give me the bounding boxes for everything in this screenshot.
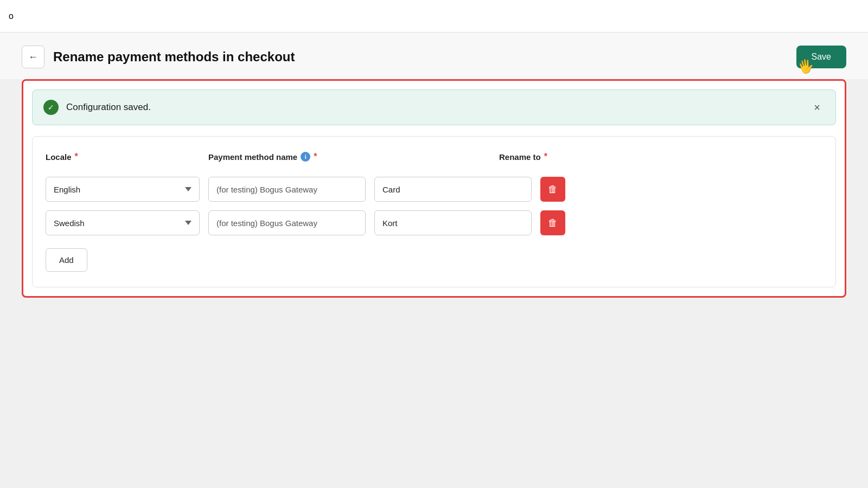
locale-header: Locale * — [46, 152, 208, 168]
payment-method-label: Payment method name i * — [208, 152, 490, 162]
payment-required-star: * — [314, 152, 317, 162]
page-header-left: ← Rename payment methods in checkout — [22, 46, 295, 68]
form-headers: Locale * Payment method name i * Rename … — [46, 152, 822, 168]
rename-to-input-1[interactable] — [374, 177, 532, 202]
table-row: English Swedish German French Spanish 🗑 — [46, 177, 822, 202]
payment-method-input-2[interactable] — [208, 210, 366, 235]
top-bar: o — [0, 0, 868, 33]
back-icon: ← — [28, 52, 38, 63]
rename-to-header: Rename to * — [499, 152, 790, 168]
action-header — [790, 152, 822, 168]
success-banner: ✓ Configuration saved. × — [32, 89, 836, 125]
main-content: ✓ Configuration saved. × Locale * Paymen… — [0, 79, 868, 298]
locale-required-star: * — [75, 152, 78, 162]
success-icon: ✓ — [43, 100, 59, 115]
back-button[interactable]: ← — [22, 46, 44, 68]
top-bar-text: o — [9, 11, 14, 21]
locale-select-1[interactable]: English Swedish German French Spanish — [46, 177, 200, 202]
success-banner-left: ✓ Configuration saved. — [43, 100, 151, 115]
red-outline-box: ✓ Configuration saved. × Locale * Paymen… — [22, 79, 846, 298]
save-button[interactable]: Save — [796, 46, 846, 68]
trash-icon-1: 🗑 — [548, 184, 558, 195]
save-area: Save 🖐 — [796, 46, 846, 68]
rename-required-star: * — [544, 152, 547, 162]
trash-icon-2: 🗑 — [548, 217, 558, 229]
form-card: Locale * Payment method name i * Rename … — [32, 136, 836, 287]
locale-label: Locale * — [46, 152, 200, 162]
locale-select-2[interactable]: English Swedish German French Spanish — [46, 210, 200, 235]
add-row-button[interactable]: Add — [46, 248, 87, 272]
delete-row-2-button[interactable]: 🗑 — [540, 210, 565, 235]
delete-row-1-button[interactable]: 🗑 — [540, 177, 565, 202]
rename-to-label: Rename to * — [499, 152, 781, 162]
info-icon[interactable]: i — [301, 152, 310, 162]
rename-to-input-2[interactable] — [374, 210, 532, 235]
close-banner-button[interactable]: × — [809, 100, 825, 115]
success-message: Configuration saved. — [66, 102, 151, 113]
payment-method-header: Payment method name i * — [208, 152, 499, 168]
page-header: ← Rename payment methods in checkout Sav… — [0, 33, 868, 79]
payment-method-input-1[interactable] — [208, 177, 366, 202]
page-title: Rename payment methods in checkout — [53, 49, 295, 65]
table-row: English Swedish German French Spanish 🗑 — [46, 210, 822, 235]
